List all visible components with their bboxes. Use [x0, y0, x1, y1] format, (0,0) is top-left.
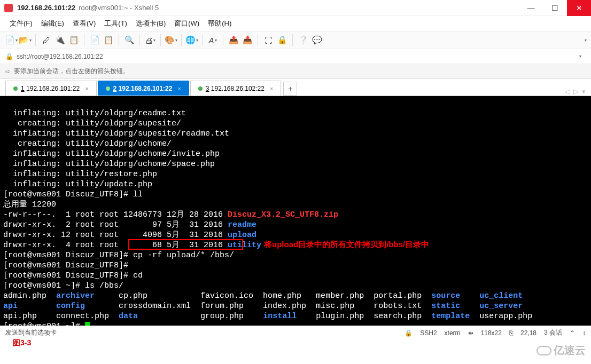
- toolbar: 📄▾ 📂▾ 🖊 🔌 📋 📄 📋 🔍 🖨▾ 🎨▾ 🌐▾ A▾ 📤 📥 ⛶ 🔒 ❔ …: [0, 31, 591, 49]
- terminal[interactable]: inflating: utility/oldprg/readme.txt cre…: [0, 96, 591, 326]
- status-lock-icon: 🔒: [405, 329, 413, 337]
- tab-next-icon[interactable]: ▷: [573, 88, 579, 96]
- term-line: admin.php archiver cp.php favicon.ico ho…: [3, 291, 523, 300]
- log-icon[interactable]: 📥: [242, 34, 253, 46]
- term-line: drwxr-xr-x. 12 root root 4096 5月 31 2016…: [3, 231, 256, 240]
- status-term: xterm: [445, 329, 461, 337]
- address-url[interactable]: ssh://root@192.168.26.101:22: [17, 53, 103, 60]
- annotation-text: 将upload目录中的所有文件拷贝到/bbs/目录中: [264, 239, 429, 249]
- copy-icon[interactable]: 📄: [89, 34, 100, 46]
- tab-number: 2: [113, 85, 117, 92]
- tab-number: 1: [21, 85, 25, 92]
- address-overflow-icon[interactable]: ▾: [574, 51, 586, 62]
- term-line: creating: utility/oldprg/supesite/: [3, 119, 181, 128]
- term-line: inflating: utility/oldprg/supesite/readm…: [3, 129, 239, 138]
- separator: [292, 34, 293, 46]
- print-icon[interactable]: 🖨▾: [144, 34, 156, 46]
- reconnect-icon[interactable]: 🖊: [40, 34, 52, 46]
- tab-number: 3: [206, 85, 209, 92]
- find-icon[interactable]: 🔍: [123, 34, 135, 46]
- cloud-icon: [536, 346, 551, 355]
- menu-bar: 文件(F) 编辑(E) 查看(V) 工具(T) 选项卡(B) 窗口(W) 帮助(…: [0, 16, 591, 31]
- tab-close-icon[interactable]: ×: [270, 85, 273, 92]
- status-caps-icon: ⌃: [570, 329, 575, 337]
- tab-prev-icon[interactable]: ◁: [565, 88, 570, 96]
- term-line: inflating: utility/update.php: [3, 180, 162, 189]
- status-size-icon: ⇹: [468, 329, 473, 337]
- term-line: inflating: utility/restore.php: [3, 170, 167, 179]
- menu-edit[interactable]: 编辑(E): [38, 17, 67, 30]
- term-line: api.php connect.php data group.php insta…: [3, 312, 532, 321]
- menu-tabs[interactable]: 选项卡(B): [133, 17, 169, 30]
- term-line: inflating: utility/oldprg/uchome/space.p…: [3, 160, 224, 169]
- chat-icon[interactable]: 💬: [311, 34, 323, 46]
- term-line: [root@vms001 ~]# ls /bbs/: [3, 281, 123, 290]
- new-session-icon[interactable]: 📄▾: [5, 34, 17, 46]
- separator: [181, 34, 182, 46]
- tab-nav: ◁ ▷ ▾: [565, 88, 586, 96]
- close-button[interactable]: ✕: [567, 0, 591, 16]
- encoding-icon[interactable]: 🌐▾: [186, 34, 198, 46]
- tab-session-2[interactable]: 2 192.168.26.101:22 ×: [98, 81, 189, 96]
- tab-session-3[interactable]: 3 192.168.26.102:22 ×: [190, 81, 282, 96]
- separator: [160, 34, 161, 46]
- term-line: -rw-r--r--. 1 root root 12486773 12月 28 …: [3, 210, 338, 219]
- status-dot-icon: [106, 86, 110, 91]
- separator: [84, 34, 84, 46]
- tab-add-button[interactable]: +: [283, 82, 297, 96]
- tab-menu-icon[interactable]: ▾: [582, 88, 586, 96]
- menu-tools[interactable]: 工具(T): [101, 17, 130, 30]
- watermark-text: 亿速云: [554, 343, 586, 358]
- menu-file[interactable]: 文件(F): [6, 17, 36, 30]
- tab-bar: 1 192.168.26.101:22 × 2 192.168.26.101:2…: [0, 79, 591, 96]
- term-line: [root@vms001 ~]#: [3, 322, 90, 326]
- watermark: 亿速云: [536, 343, 586, 358]
- separator: [119, 34, 119, 46]
- fullscreen-icon[interactable]: ⛶: [262, 34, 274, 46]
- status-size: 118x22: [481, 329, 502, 337]
- separator: [139, 34, 140, 46]
- color-scheme-icon[interactable]: 🎨▾: [165, 34, 177, 46]
- tab-label: 192.168.26.101:22: [26, 85, 80, 92]
- lock-icon[interactable]: 🔒: [276, 34, 288, 46]
- separator: [223, 34, 223, 46]
- cursor: [85, 322, 90, 326]
- status-caps-icon: ↕: [582, 329, 586, 337]
- paste-icon[interactable]: 📋: [103, 34, 114, 46]
- window-controls: — ☐ ✕: [519, 0, 591, 16]
- maximize-button[interactable]: ☐: [543, 0, 567, 16]
- status-dot-icon: [13, 86, 18, 91]
- hint-bar: ➪ 要添加当前会话，点击左侧的箭头按钮。: [0, 64, 591, 79]
- toolbar-overflow-icon[interactable]: ▾: [579, 34, 591, 46]
- menu-help[interactable]: 帮助(H): [205, 17, 235, 30]
- figure-label: 图3-3: [13, 338, 31, 348]
- app-logo-icon: [4, 4, 13, 12]
- status-sessions: 3 会话: [544, 328, 562, 337]
- window-subtitle: root@vms001:~ - Xshell 5: [79, 4, 159, 12]
- minimize-button[interactable]: —: [519, 0, 543, 16]
- address-bar[interactable]: 🔒 ssh://root@192.168.26.101:22 ▾: [0, 49, 591, 64]
- term-line: inflating: utility/oldprg/readme.txt: [3, 109, 196, 118]
- properties-icon[interactable]: 📋: [68, 34, 80, 46]
- menu-window[interactable]: 窗口(W): [171, 17, 203, 30]
- separator: [258, 34, 258, 46]
- font-icon[interactable]: A▾: [207, 34, 219, 46]
- open-icon[interactable]: 📂▾: [19, 34, 31, 46]
- tab-session-1[interactable]: 1 192.168.26.101:22 ×: [5, 81, 97, 96]
- term-line: drwxr-xr-x. 2 root root 97 5月 31 2016 re…: [3, 220, 256, 230]
- hint-arrow-icon[interactable]: ➪: [5, 68, 11, 75]
- transfer-icon[interactable]: 📤: [228, 34, 239, 46]
- menu-view[interactable]: 查看(V): [69, 17, 99, 30]
- status-pos: 22,18: [520, 329, 536, 337]
- term-line: [root@vms001 Discuz_UTF8]# cp -rf upload…: [3, 251, 234, 260]
- window-title: 192.168.26.101:22: [17, 4, 75, 12]
- tab-close-icon[interactable]: ×: [85, 85, 88, 92]
- disconnect-icon[interactable]: 🔌: [54, 34, 66, 46]
- status-ssh: SSH2: [420, 329, 437, 337]
- help-icon[interactable]: ❔: [297, 34, 309, 46]
- tab-close-icon[interactable]: ×: [177, 85, 181, 92]
- secure-icon: 🔒: [5, 53, 13, 60]
- term-line: inflating: utility/oldprg/uchome/invite.…: [3, 149, 229, 159]
- status-hint: 发送到当前选项卡: [5, 328, 57, 337]
- separator: [202, 34, 203, 46]
